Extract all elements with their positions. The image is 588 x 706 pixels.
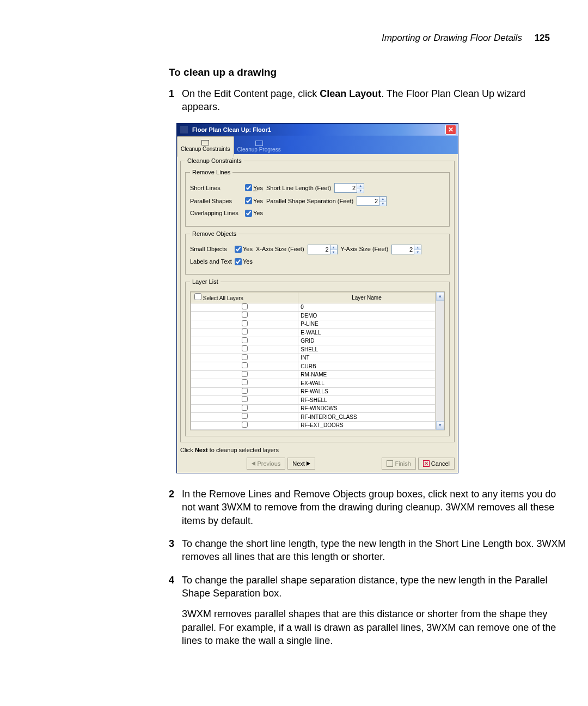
short-line-length-input[interactable] (335, 184, 357, 192)
close-button[interactable]: ✕ (445, 125, 456, 135)
layer-checkbox-cell[interactable] (191, 413, 298, 422)
layer-checkbox-cell[interactable] (191, 362, 298, 371)
step-4-para2: 3WXM removes parallel shapes that are th… (182, 607, 566, 647)
table-row[interactable]: RF-INTERIOR_GLASS (191, 413, 436, 422)
spin-down-icon[interactable]: ▼ (379, 201, 386, 206)
labels-text-checkbox[interactable] (235, 258, 242, 265)
layer-checkbox-cell[interactable] (191, 354, 298, 362)
parallel-shapes-checkbox[interactable] (245, 197, 252, 204)
parallel-separation-spinner[interactable]: ▲▼ (357, 196, 387, 206)
layer-checkbox[interactable] (242, 388, 248, 394)
previous-button[interactable]: Previous (247, 458, 285, 470)
layer-checkbox-cell[interactable] (191, 387, 298, 396)
small-objects-checkbox[interactable] (235, 246, 242, 253)
table-row[interactable]: CURB (191, 362, 436, 371)
titlebar[interactable]: Floor Plan Clean Up: Floor1 ✕ (177, 124, 458, 136)
tab-cleanup-progress[interactable]: Cleanup Progress (234, 137, 284, 157)
cancel-button[interactable]: ✕ Cancel (418, 458, 455, 470)
layer-checkbox[interactable] (242, 312, 248, 318)
table-row[interactable]: RF-WINDOWS (191, 404, 436, 413)
layer-checkbox[interactable] (242, 379, 248, 385)
spin-down-icon[interactable]: ▼ (357, 188, 364, 193)
overlapping-lines-checkbox[interactable] (245, 210, 252, 217)
hint-bold: Next (195, 447, 208, 453)
layer-name-cell: RF-SHELL (298, 396, 435, 405)
layer-checkbox-cell[interactable] (191, 404, 298, 413)
table-row[interactable]: GRID (191, 337, 436, 345)
table-row[interactable]: SHELL (191, 345, 436, 354)
spin-up-icon[interactable]: ▲ (357, 184, 364, 188)
tab-cleanup-constraints[interactable]: Cleanup Constraints (177, 136, 234, 157)
spin-up-icon[interactable]: ▲ (414, 245, 421, 249)
finish-button[interactable]: Finish (382, 458, 415, 470)
layer-checkbox[interactable] (242, 328, 248, 334)
layer-checkbox-cell[interactable] (191, 379, 298, 388)
layer-checkbox[interactable] (242, 362, 248, 368)
layer-checkbox-cell[interactable] (191, 396, 298, 405)
layer-checkbox-cell[interactable] (191, 303, 298, 312)
layer-checkbox[interactable] (242, 345, 248, 351)
layer-checkbox-cell[interactable] (191, 328, 298, 337)
layer-checkbox[interactable] (242, 422, 248, 428)
next-button[interactable]: Next (287, 458, 315, 470)
table-row[interactable]: RF-WALLS (191, 387, 436, 396)
layer-name-cell: DEMO (298, 312, 435, 320)
layer-table: Select All Layers Layer Name 0DEMOP-LINE… (191, 292, 436, 430)
select-all-checkbox[interactable] (194, 293, 201, 300)
step-4: 4 To change the parallel shape separatio… (169, 574, 566, 647)
table-row[interactable]: 0 (191, 303, 436, 312)
layer-checkbox[interactable] (242, 396, 248, 402)
x-icon: ✕ (423, 460, 430, 467)
short-lines-checkbox[interactable] (245, 184, 252, 191)
button-bar: Previous Next Finish (177, 455, 458, 473)
tab-label: Cleanup Progress (237, 146, 281, 154)
parallel-separation-input[interactable] (357, 197, 379, 205)
check-icon (387, 460, 393, 467)
yaxis-label: Y-Axis Size (Feet) (341, 245, 389, 253)
table-row[interactable]: RM-NAME (191, 370, 436, 379)
layer-checkbox-cell[interactable] (191, 337, 298, 345)
layer-checkbox-cell[interactable] (191, 370, 298, 379)
short-line-length-spinner[interactable]: ▲▼ (334, 183, 364, 193)
layer-checkbox-cell[interactable] (191, 312, 298, 320)
labels-text-label: Labels and Text (190, 258, 231, 266)
scrollbar[interactable]: ▲ ▼ (436, 292, 444, 430)
yaxis-input[interactable] (392, 245, 414, 254)
layer-checkbox-cell[interactable] (191, 320, 298, 328)
layer-checkbox[interactable] (242, 405, 248, 411)
table-row[interactable]: RF-SHELL (191, 396, 436, 405)
layer-checkbox[interactable] (242, 371, 248, 377)
yes-label: Yes (243, 245, 253, 253)
table-row[interactable]: DEMO (191, 312, 436, 320)
group-legend: Remove Lines (190, 168, 232, 176)
layer-checkbox-cell[interactable] (191, 421, 298, 430)
spin-up-icon[interactable]: ▲ (330, 245, 337, 249)
scroll-up-icon[interactable]: ▲ (436, 292, 444, 301)
layer-checkbox[interactable] (242, 337, 248, 343)
select-all-header[interactable]: Select All Layers (191, 293, 298, 303)
section-heading: To clean up a drawing (169, 65, 566, 80)
layer-checkbox[interactable] (242, 413, 248, 419)
step-3-text: To change the short line length, type th… (182, 537, 566, 564)
spin-down-icon[interactable]: ▼ (414, 249, 421, 254)
table-row[interactable]: E-WALL (191, 328, 436, 337)
table-row[interactable]: P-LINE (191, 320, 436, 328)
spin-down-icon[interactable]: ▼ (330, 249, 337, 254)
hint-text: Click Next to cleanup selected layers (177, 445, 458, 455)
layer-name-header[interactable]: Layer Name (298, 293, 435, 303)
constraints-icon (201, 140, 209, 145)
parallel-separation-label: Parallel Shape Separation (Feet) (266, 197, 353, 205)
table-row[interactable]: EX-WALL (191, 379, 436, 388)
table-row[interactable]: RF-EXT_DOORS (191, 421, 436, 430)
layer-checkbox[interactable] (242, 303, 248, 309)
yaxis-spinner[interactable]: ▲▼ (391, 245, 421, 254)
table-row[interactable]: INT (191, 354, 436, 362)
scroll-down-icon[interactable]: ▼ (436, 421, 444, 430)
xaxis-spinner[interactable]: ▲▼ (308, 245, 338, 254)
layer-checkbox[interactable] (242, 320, 248, 326)
layer-name-cell: RF-EXT_DOORS (298, 421, 435, 430)
layer-checkbox-cell[interactable] (191, 345, 298, 354)
xaxis-input[interactable] (308, 245, 330, 254)
spin-up-icon[interactable]: ▲ (379, 197, 386, 201)
layer-checkbox[interactable] (242, 354, 248, 360)
